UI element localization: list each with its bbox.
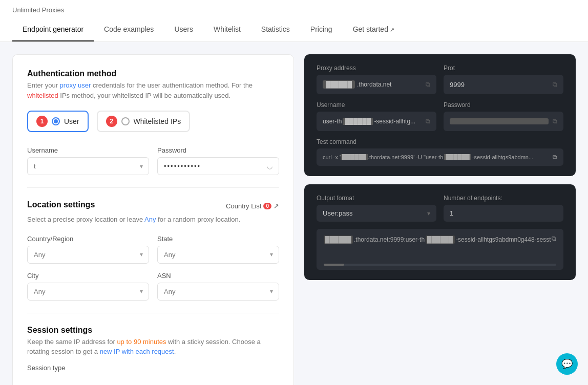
radio-whitelisted: [121, 117, 130, 125]
whitelisted-highlight: whitelisted: [27, 92, 58, 99]
tab-code-examples[interactable]: Code examples: [94, 18, 164, 41]
proxy-password-label: Password: [444, 101, 563, 109]
auth-title: Authentication method: [27, 69, 279, 78]
session-title: Session settings: [27, 326, 279, 335]
auth-option-user[interactable]: 1 User: [27, 111, 89, 132]
any-highlight: Any: [144, 216, 156, 223]
country-label: Country/Region: [27, 235, 149, 243]
country-list-link[interactable]: Country List 0 ↗: [226, 202, 279, 210]
test-command-text: curl -x '██████.thordata.net:9999' -U "u…: [323, 154, 549, 160]
proxy-username-copy-icon[interactable]: ⧉: [426, 118, 430, 125]
proxy-address-field: Proxy address ██████.thordata.net ⧉: [317, 65, 436, 94]
test-command-copy-icon[interactable]: ⧉: [553, 154, 557, 161]
state-group: State Any: [157, 235, 279, 264]
asn-group: ASN Any: [157, 272, 279, 301]
password-input[interactable]: [164, 162, 267, 170]
main-nav: Endpoint generator Code examples Users W…: [12, 18, 576, 41]
auth-option-whitelisted[interactable]: 2 Whitelisted IPs: [97, 111, 191, 132]
output-format-group: Output format User:pass IP:port IP:port:…: [317, 195, 436, 222]
asn-select-wrapper: Any: [157, 283, 279, 301]
output-format-label: Output format: [317, 195, 436, 202]
right-panel: Proxy address ██████.thordata.net ⧉ Prot…: [304, 54, 576, 385]
city-select-wrapper: Any: [27, 283, 149, 301]
country-list-badge: 0: [263, 203, 271, 209]
session-type-label: Session type: [27, 364, 279, 372]
session-desc: Keep the same IP address for up to 90 mi…: [27, 337, 279, 357]
tab-get-started[interactable]: Get started↗: [343, 18, 405, 41]
country-group: Country/Region Any: [27, 235, 149, 264]
output-format-select[interactable]: User:pass IP:port IP:port:user:pass: [317, 205, 436, 222]
city-label: City: [27, 272, 149, 280]
port-label: Prot: [444, 65, 563, 72]
location-title: Location settings: [27, 200, 95, 209]
output-result-copy-icon[interactable]: ⧉: [552, 235, 556, 242]
location-desc: Select a precise proxy location or leave…: [27, 215, 279, 225]
auth-option-whitelisted-label: Whitelisted IPs: [134, 117, 181, 125]
tab-statistics[interactable]: Statistics: [251, 18, 300, 41]
password-input-wrapper: ◡: [157, 157, 279, 175]
location-header: Location settings Country List 0 ↗: [27, 200, 279, 211]
proxy-address-copy-icon[interactable]: ⧉: [426, 81, 430, 88]
country-select-wrapper: Any: [27, 246, 149, 264]
chat-button[interactable]: 💬: [556, 353, 578, 375]
location-row1: Country/Region Any State Any: [27, 235, 279, 264]
proxy-user-highlight: proxy user: [60, 81, 91, 89]
endpoints-input[interactable]: [444, 205, 563, 222]
endpoints-label: Number of endpoints:: [444, 195, 563, 202]
endpoints-group: Number of endpoints:: [444, 195, 563, 222]
test-command-value: curl -x '██████.thordata.net:9999' -U "u…: [317, 148, 563, 166]
asn-select[interactable]: Any: [157, 283, 279, 301]
proxy-username-field: Username user-th██████-sessid-allhtg... …: [317, 101, 436, 131]
proxy-username-value: user-th██████-sessid-allhtg... ⧉: [317, 112, 436, 131]
username-group: Username t: [27, 146, 149, 175]
auth-credentials-row: Username t Password ◡: [27, 146, 279, 175]
session-rotate-highlight: new IP with each request: [100, 348, 174, 355]
brand-name: Unlimited Proxies: [12, 0, 576, 18]
output-format-card: Output format User:pass IP:port IP:port:…: [304, 184, 576, 280]
password-label: Password: [157, 146, 279, 154]
chat-icon: 💬: [561, 358, 573, 370]
auth-section: Authentication method Enter your proxy u…: [27, 69, 279, 175]
state-select[interactable]: Any: [157, 246, 279, 264]
scroll-bar[interactable]: [324, 264, 556, 266]
session-section: Session settings Keep the same IP addres…: [27, 326, 279, 372]
port-value: 9999 ⧉: [444, 75, 563, 94]
output-header-row: Output format User:pass IP:port IP:port:…: [317, 195, 563, 222]
test-command-label: Test command: [317, 138, 563, 145]
external-icon: ↗: [390, 27, 394, 33]
country-list-label: Country List: [226, 202, 261, 210]
city-select[interactable]: Any: [27, 283, 149, 301]
port-text: 9999: [450, 81, 553, 89]
state-label: State: [157, 235, 279, 243]
proxy-address-text: ██████.thordata.net: [323, 81, 426, 88]
output-result: ██████.thordata.net:9999:user-th██████-s…: [317, 229, 563, 270]
auth-options: 1 User 2 Whitelisted IPs: [27, 111, 279, 132]
left-panel: Authentication method Enter your proxy u…: [12, 54, 294, 385]
location-section: Location settings Country List 0 ↗ Selec…: [27, 200, 279, 301]
asn-label: ASN: [157, 272, 279, 280]
radio-user: [52, 117, 60, 125]
tab-whitelist[interactable]: Whitelist: [203, 18, 251, 41]
country-list-external-icon: ↗: [274, 202, 279, 210]
password-group: Password ◡: [157, 146, 279, 175]
output-format-select-wrapper: User:pass IP:port IP:port:user:pass: [317, 205, 436, 222]
option-badge-1: 1: [36, 116, 48, 127]
auth-option-user-label: User: [64, 117, 79, 125]
proxy-password-copy-icon[interactable]: ⧉: [553, 118, 557, 125]
tab-pricing[interactable]: Pricing: [300, 18, 343, 41]
session-time-highlight: up to 90 minutes: [117, 338, 166, 346]
proxy-info-card: Proxy address ██████.thordata.net ⧉ Prot…: [304, 54, 576, 176]
username-label: Username: [27, 146, 149, 154]
proxy-password-value: ⧉: [444, 112, 563, 131]
username-select[interactable]: t: [27, 157, 149, 175]
auth-desc: Enter your proxy user credentials for th…: [27, 80, 279, 100]
tab-endpoint-generator[interactable]: Endpoint generator: [12, 18, 94, 41]
proxy-username-label: Username: [317, 101, 436, 109]
port-copy-icon[interactable]: ⧉: [553, 81, 557, 88]
proxy-info-grid: Proxy address ██████.thordata.net ⧉ Prot…: [317, 65, 563, 131]
port-field: Prot 9999 ⧉: [444, 65, 563, 94]
country-select[interactable]: Any: [27, 246, 149, 264]
proxy-username-text: user-th██████-sessid-allhtg...: [323, 118, 426, 125]
password-eye-icon[interactable]: ◡: [267, 162, 272, 170]
tab-users[interactable]: Users: [164, 18, 203, 41]
